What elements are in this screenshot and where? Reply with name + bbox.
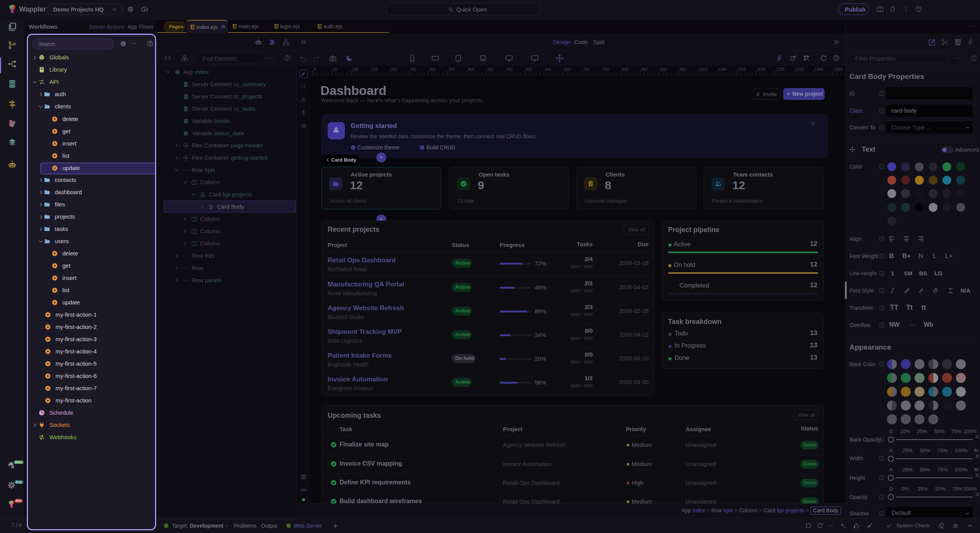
- svg-text:T: T: [301, 85, 303, 89]
- svg-text:T: T: [303, 85, 306, 89]
